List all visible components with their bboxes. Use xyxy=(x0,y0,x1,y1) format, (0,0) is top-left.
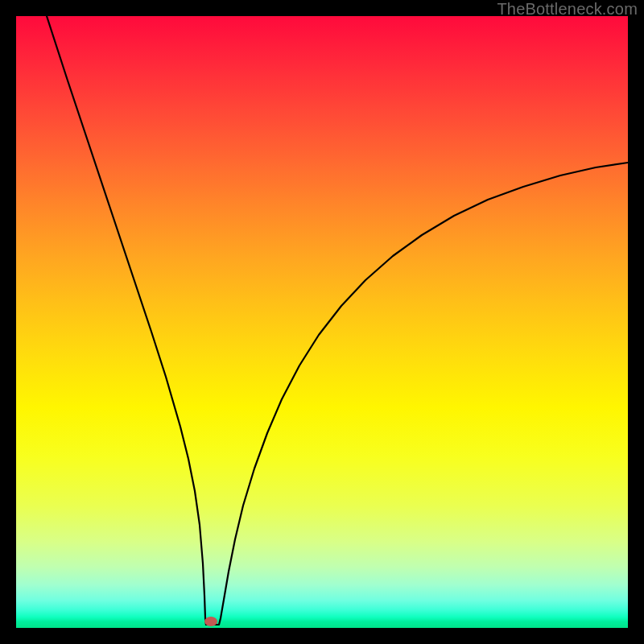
bottleneck-curve xyxy=(47,16,628,625)
watermark-text: TheBottleneck.com xyxy=(497,0,638,19)
minimum-marker xyxy=(204,617,217,626)
chart-frame: TheBottleneck.com xyxy=(0,0,644,644)
chart-curve-svg xyxy=(16,16,628,628)
